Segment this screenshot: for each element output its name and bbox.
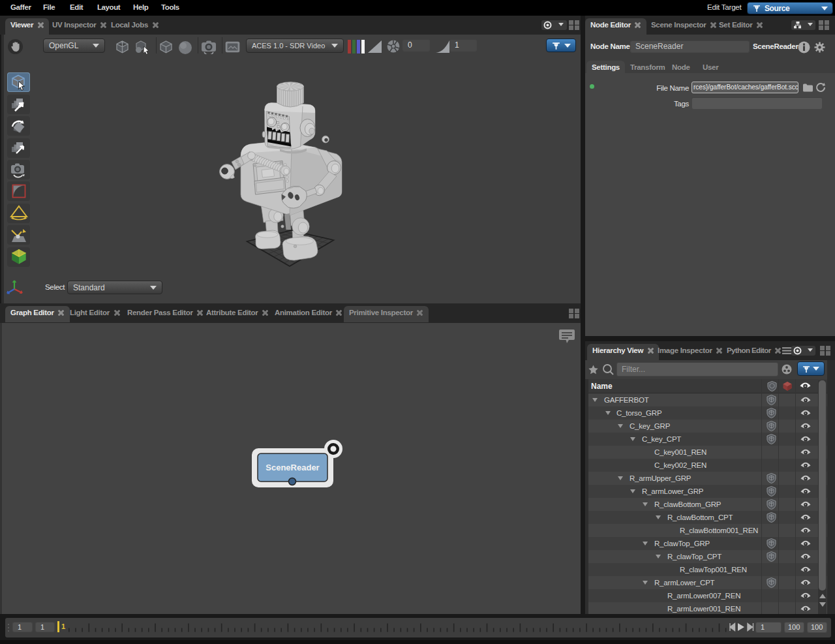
- svg-text:SceneReader: SceneReader: [266, 463, 319, 472]
